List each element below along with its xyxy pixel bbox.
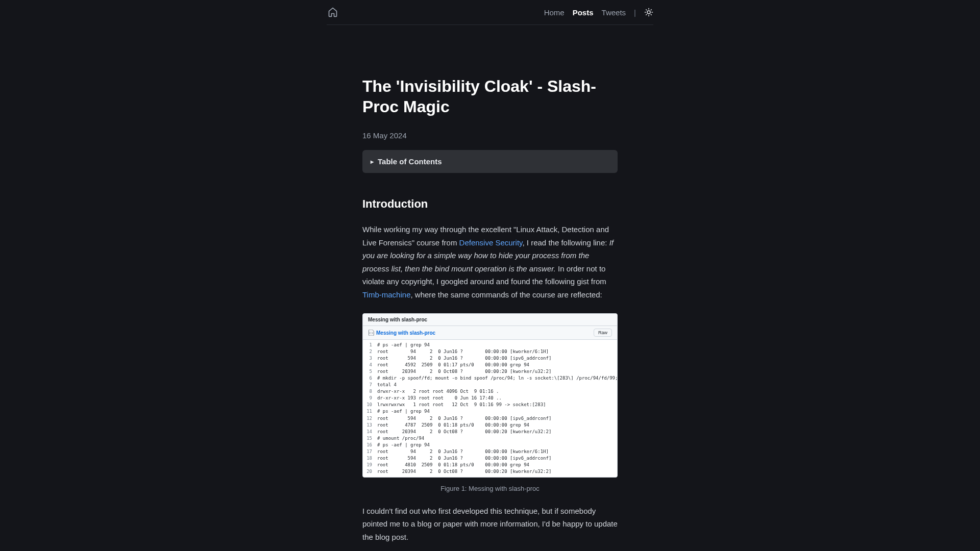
nav-link-posts[interactable]: Posts bbox=[573, 8, 594, 17]
gist-line: 1# ps -aef | grep 94 bbox=[363, 342, 617, 348]
gist-line-code: # ps -aef | grep 94 bbox=[377, 408, 435, 415]
home-icon-link[interactable] bbox=[327, 6, 339, 18]
link-timb-machine[interactable]: Timb-machine bbox=[362, 290, 410, 299]
gist-line-code: # umount /proc/94 bbox=[377, 435, 429, 442]
gist-line-number: 3 bbox=[363, 355, 377, 362]
gist-line: 17root 94 2 0 Jun16 ? 00:00:00 [kworker/… bbox=[363, 448, 617, 455]
gist-line-number: 13 bbox=[363, 422, 377, 429]
gist-line-number: 6 bbox=[363, 375, 377, 382]
gist-line-number: 18 bbox=[363, 455, 377, 462]
gist-line-code: # ps -aef | grep 94 bbox=[377, 442, 435, 448]
svg-line-3 bbox=[646, 10, 647, 10]
gist-line: 16# ps -aef | grep 94 bbox=[363, 442, 617, 448]
gist-line: 8drwxr-xr-x 2 root root 4096 Oct 9 01:16… bbox=[363, 388, 617, 395]
gist-line-number: 11 bbox=[363, 408, 377, 415]
intro-text-b: , I read the following line: bbox=[523, 238, 609, 247]
gist-filename[interactable]: Messing with slash-proc bbox=[368, 330, 435, 336]
gist-line: 3root 594 2 0 Jun16 ? 00:00:00 [ipv6_add… bbox=[363, 355, 617, 362]
gist-line-number: 19 bbox=[363, 462, 377, 468]
svg-line-4 bbox=[651, 14, 651, 15]
gist-line-code: root 94 2 0 Jun16 ? 00:00:00 [kworker/6:… bbox=[377, 448, 554, 455]
gist-line-number: 5 bbox=[363, 368, 377, 375]
gist-line-code: root 4787 2509 0 01:18 pts/0 00:00:00 gr… bbox=[377, 422, 534, 429]
gist-line-code: root 4810 2509 0 01:18 pts/0 00:00:00 gr… bbox=[377, 462, 534, 468]
gist-line-number: 12 bbox=[363, 415, 377, 422]
gist-line-code: total 4 bbox=[377, 382, 402, 388]
intro-paragraph-2: I couldn't find out who first developed … bbox=[362, 505, 618, 544]
file-code-icon bbox=[368, 330, 374, 336]
figure-1: Messing with slash-proc Messing with sla… bbox=[362, 313, 618, 492]
gist-line: 2root 94 2 0 Jun16 ? 00:00:00 [kworker/6… bbox=[363, 348, 617, 355]
gist-line-number: 17 bbox=[363, 448, 377, 455]
intro-paragraph-1: While working my way through the excelle… bbox=[362, 223, 618, 301]
figure-1-caption: Figure 1: Messing with slash-proc bbox=[362, 485, 618, 492]
gist-raw-button[interactable]: Raw bbox=[594, 329, 612, 337]
gist-line-code: root 594 2 0 Jun16 ? 00:00:00 [ipv6_addr… bbox=[377, 355, 556, 362]
gist-line-code: root 94 2 0 Jun16 ? 00:00:00 [kworker/6:… bbox=[377, 348, 554, 355]
gist-line: 11# ps -aef | grep 94 bbox=[363, 408, 617, 415]
gist-line-code: root 4592 2509 0 01:17 pts/0 00:00:00 gr… bbox=[377, 362, 534, 368]
gist-embed: Messing with slash-proc Messing with sla… bbox=[362, 313, 618, 478]
gist-file-bar: Messing with slash-proc Raw bbox=[363, 326, 617, 340]
gist-line-code: root 594 2 0 Jun16 ? 00:00:00 [ipv6_addr… bbox=[377, 455, 556, 462]
gist-line: 13root 4787 2509 0 01:18 pts/0 00:00:00 … bbox=[363, 422, 617, 429]
nav-separator: | bbox=[634, 8, 636, 17]
gist-line-code: root 20394 2 0 Oct08 ? 00:00:20 [kworker… bbox=[377, 468, 556, 475]
link-defensive-security[interactable]: Defensive Security bbox=[459, 238, 523, 247]
gist-line: 19root 4810 2509 0 01:18 pts/0 00:00:00 … bbox=[363, 462, 617, 468]
gist-line-number: 16 bbox=[363, 442, 377, 448]
gist-line-code: lrwxrwxrwx 1 root root 12 Oct 9 01:16 99… bbox=[377, 402, 551, 408]
toc-summary[interactable]: Table of Contents bbox=[371, 157, 609, 166]
gist-line: 4root 4592 2509 0 01:17 pts/0 00:00:00 g… bbox=[363, 362, 617, 368]
gist-line-code: # mkdir -p spoof/fd; mount -o bind spoof… bbox=[377, 375, 618, 382]
site-header: Home Posts Tweets | bbox=[327, 0, 653, 25]
gist-line: 18root 594 2 0 Jun16 ? 00:00:00 [ipv6_ad… bbox=[363, 455, 617, 462]
gist-line-code: drwxr-xr-x 2 root root 4096 Oct 9 01:16 … bbox=[377, 388, 504, 395]
gist-line-number: 10 bbox=[363, 402, 377, 408]
gist-line-number: 7 bbox=[363, 382, 377, 388]
theme-toggle-button[interactable] bbox=[644, 8, 653, 17]
gist-line: 15# umount /proc/94 bbox=[363, 435, 617, 442]
post-date: 16 May 2024 bbox=[362, 131, 618, 140]
gist-filename-text: Messing with slash-proc bbox=[376, 330, 435, 336]
gist-line: 20root 20394 2 0 Oct08 ? 00:00:20 [kwork… bbox=[363, 468, 617, 475]
gist-line-number: 20 bbox=[363, 468, 377, 475]
gist-code-body: 1# ps -aef | grep 942root 94 2 0 Jun16 ?… bbox=[363, 340, 617, 477]
gist-line-number: 2 bbox=[363, 348, 377, 355]
gist-line-number: 8 bbox=[363, 388, 377, 395]
gist-line-code: root 594 2 0 Jun16 ? 00:00:00 [ipv6_addr… bbox=[377, 415, 556, 422]
gist-line-number: 14 bbox=[363, 429, 377, 435]
gist-line-number: 4 bbox=[363, 362, 377, 368]
sun-icon bbox=[644, 8, 653, 17]
gist-line: 6# mkdir -p spoof/fd; mount -o bind spoo… bbox=[363, 375, 617, 382]
post-content: The 'Invisibility Cloak' - Slash-Proc Ma… bbox=[362, 25, 618, 543]
gist-line: 7total 4 bbox=[363, 382, 617, 388]
section-title-introduction: Introduction bbox=[362, 197, 618, 211]
gist-line-code: root 20394 2 0 Oct08 ? 00:00:20 [kworker… bbox=[377, 429, 556, 435]
gist-line: 10lrwxrwxrwx 1 root root 12 Oct 9 01:16 … bbox=[363, 402, 617, 408]
gist-line-number: 9 bbox=[363, 395, 377, 402]
table-of-contents[interactable]: Table of Contents bbox=[362, 150, 618, 173]
gist-line: 12root 594 2 0 Jun16 ? 00:00:00 [ipv6_ad… bbox=[363, 415, 617, 422]
gist-line-number: 1 bbox=[363, 342, 377, 348]
home-icon bbox=[328, 7, 338, 17]
svg-line-8 bbox=[651, 10, 651, 10]
svg-point-0 bbox=[647, 11, 650, 14]
gist-line-code: root 20394 2 0 Oct08 ? 00:00:20 [kworker… bbox=[377, 368, 556, 375]
gist-line: 14root 20394 2 0 Oct08 ? 00:00:20 [kwork… bbox=[363, 429, 617, 435]
nav-link-home[interactable]: Home bbox=[544, 8, 565, 17]
gist-line-number: 15 bbox=[363, 435, 377, 442]
gist-line: 9dr-xr-xr-x 193 root root 0 Jun 16 17:40… bbox=[363, 395, 617, 402]
gist-line-code: dr-xr-xr-x 193 root root 0 Jun 16 17:40 … bbox=[377, 395, 507, 402]
gist-line-code: # ps -aef | grep 94 bbox=[377, 342, 435, 348]
gist-title: Messing with slash-proc bbox=[363, 314, 617, 326]
primary-nav: Home Posts Tweets | bbox=[544, 8, 653, 17]
nav-link-tweets[interactable]: Tweets bbox=[602, 8, 626, 17]
gist-line: 5root 20394 2 0 Oct08 ? 00:00:20 [kworke… bbox=[363, 368, 617, 375]
post-title: The 'Invisibility Cloak' - Slash-Proc Ma… bbox=[362, 76, 618, 117]
svg-line-7 bbox=[646, 14, 647, 15]
intro-text-d: , where the same commands of the course … bbox=[410, 290, 602, 299]
